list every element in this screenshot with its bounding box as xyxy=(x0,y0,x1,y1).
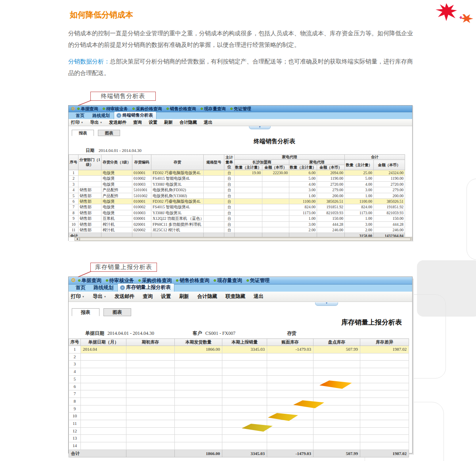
menubar-item-4[interactable]: 销售价格查询 xyxy=(166,106,196,112)
table-row[interactable]: 8 xyxy=(69,398,409,405)
menubar-item-6[interactable]: 凭证管理 xyxy=(230,106,251,112)
close-tab-icon[interactable]: × xyxy=(117,113,121,118)
toolbar-button-send-mail[interactable]: 发送邮件 xyxy=(115,293,134,300)
cell-cs-amt xyxy=(262,176,289,181)
menu-bullet-icon xyxy=(132,108,135,110)
cell-shipped-qty: 1866.00 xyxy=(175,346,222,353)
toolbar-button-refresh[interactable]: 刷新 xyxy=(164,119,173,125)
cell-cs-amt xyxy=(262,199,289,204)
cell-dept: 销售部 xyxy=(78,227,101,233)
cell-item: 电饭煲机身(FD302) xyxy=(151,187,204,193)
table-row[interactable]: 4 xyxy=(69,368,409,376)
close-tab-icon[interactable]: × xyxy=(120,285,125,290)
table-row[interactable]: 3 xyxy=(69,361,409,368)
horizontal-scrollbar[interactable]: ◀ xyxy=(69,237,412,241)
table-row[interactable]: 9 xyxy=(69,405,409,413)
cell-unit: 台 xyxy=(224,210,235,215)
collapse-panel-handle[interactable]: ▼ xyxy=(315,302,338,306)
scrollbar-thumb[interactable] xyxy=(80,238,411,241)
table-row[interactable]: 13 xyxy=(69,435,409,442)
cell-item: FP60C11 多功能搅拌/料理机 xyxy=(151,221,204,227)
cell-seq: 8 xyxy=(69,210,78,215)
table-row[interactable]: 5销售部产品配件5101002电饭煲机身(YJ308J)台1.00200.001… xyxy=(69,193,405,198)
cell-cat: 电饭煲 xyxy=(101,181,132,187)
toolbar-button-print[interactable]: 打印▼ xyxy=(71,293,84,300)
cell-begin-stock xyxy=(126,420,175,428)
table-body: 12014.041866.003345.03-1479.03507.991987… xyxy=(69,346,409,450)
toolbar-button-export[interactable]: 导出▼ xyxy=(93,293,106,300)
table-row[interactable]: 6销售部电饭煲010001FD302 巧睿电脑版电饭煲4L台1100.00385… xyxy=(69,199,405,204)
table-row[interactable]: 10 xyxy=(69,413,409,420)
toolbar-button-query[interactable]: 查询 xyxy=(143,293,153,300)
table-row[interactable]: 11 xyxy=(69,420,409,428)
menubar-item-2[interactable]: 待审核业务 xyxy=(106,277,134,284)
menubar-item-2[interactable]: 待审核业务 xyxy=(103,106,128,112)
table-row[interactable]: 4销售部产品配件5101001电饭煲机身(FD302)台3.00279.003.… xyxy=(69,187,405,193)
toolbar-button-exit[interactable]: 退出 xyxy=(204,119,212,125)
menubar-item-1[interactable]: 单据查询 xyxy=(78,277,101,284)
cell-cs-qty xyxy=(235,221,262,227)
toolbar-button-total-hide[interactable]: 合计隐藏 xyxy=(180,119,197,125)
table-row[interactable]: 14 xyxy=(69,442,409,450)
toolbar-button-label: 合计隐藏 xyxy=(180,119,197,125)
table-row[interactable]: 8销售部电饭煲010003YJ308J 电饭煲3L台1173.00821059.… xyxy=(69,210,405,215)
table-row[interactable]: 9销售部豆浆机030001X12Q22 功能豆浆机 （蓝色）台1.00150.0… xyxy=(69,216,405,221)
table-row[interactable]: 12014.041866.003345.03-1479.03507.991987… xyxy=(69,346,409,353)
menubar-item-3[interactable]: 采购价格查询 xyxy=(132,106,162,112)
menubar-item-4[interactable]: 销售价格查询 xyxy=(176,277,209,284)
menubar-item-6[interactable]: 凭证管理 xyxy=(247,277,270,284)
table-row[interactable]: 5 xyxy=(69,375,409,383)
table-row[interactable]: 3电饭煲010003YJ308J 电饭煲3L台4.002720.004.0027… xyxy=(69,181,405,187)
scroll-left-icon[interactable]: ◀ xyxy=(75,237,80,241)
menu-item-label: 单据查询 xyxy=(81,106,98,112)
menu-item-label: 待审核业务 xyxy=(109,277,134,284)
table-row[interactable]: 10销售部榨汁机020001FP60C11 多功能搅拌/料理机台3.00444.… xyxy=(69,221,405,227)
table-row[interactable]: 2电饭煲010002FS4015 智能电饭煲4L台5.001190.005.00… xyxy=(69,176,405,181)
toolbar-button-settings[interactable]: 设置 xyxy=(161,293,171,300)
cell-code: 020001 xyxy=(132,221,151,227)
toolbar-button-settings[interactable]: 设置 xyxy=(149,119,157,125)
header-code: 存货编码 xyxy=(132,155,151,170)
toolbar-button-export[interactable]: 导出▼ xyxy=(90,119,102,125)
toolbar-button-link-hide[interactable]: 联查隐藏 xyxy=(226,293,245,300)
menu-bullet-icon xyxy=(166,108,169,110)
table-row[interactable]: 12 xyxy=(69,427,409,435)
toolbar-button-send-mail[interactable]: 发送邮件 xyxy=(109,119,126,125)
tab-route-planning[interactable]: 路线规划 xyxy=(88,112,114,119)
menubar-item-1[interactable]: 单据查询 xyxy=(77,106,98,112)
tab-terminal-sales-active[interactable]: × 终端销售分析表 xyxy=(114,111,157,119)
view-tab-chart[interactable]: 图表 xyxy=(103,308,131,316)
toolbar-button-refresh[interactable]: 刷新 xyxy=(179,293,189,300)
tab-route-planning[interactable]: 路线规划 xyxy=(90,284,117,292)
menubar-item-5[interactable]: 现存量查询 xyxy=(201,106,226,112)
toolbar-button-label: 合计隐藏 xyxy=(197,293,217,300)
tab-home[interactable]: 首页 xyxy=(72,284,90,292)
table-row[interactable]: 2 xyxy=(69,353,409,361)
collapse-panel-handle[interactable]: ▼ xyxy=(249,126,271,129)
toolbar-button-query[interactable]: 查询 xyxy=(133,119,142,125)
view-tab-report[interactable]: 报表 xyxy=(72,130,94,136)
table-row[interactable]: 11销售部榨汁机020002JE25C12 榨汁机台2.00246.002.00… xyxy=(69,227,405,233)
cell-stock-diff xyxy=(360,405,409,413)
table-row[interactable]: 6 xyxy=(69,383,409,390)
tab-home[interactable]: 首页 xyxy=(72,112,88,119)
caret-down-icon: ▼ xyxy=(82,296,84,298)
inventory-report-app-window: ⚙ 单据查询待审核业务采购价格查询销售价格查询现存量查询凭证管理 × 库存销量上… xyxy=(68,277,413,453)
cell-shipped-qty xyxy=(175,383,222,390)
cell-cat: 产品配件 xyxy=(101,193,132,198)
tab-inventory-report-active[interactable]: × 库存销量上报分析表 xyxy=(117,283,174,292)
menubar-item-5[interactable]: 现存量查询 xyxy=(214,277,242,284)
gear-icon[interactable]: ⚙ xyxy=(71,278,76,283)
report-content: ▼ 报表图表 库存销量上报分析表 单据日期2014.04.01 - 2014.0… xyxy=(69,302,412,453)
table-row[interactable]: 7 xyxy=(69,390,409,398)
cell-stock-diff xyxy=(360,361,409,368)
toolbar-button-print[interactable]: 打印▼ xyxy=(71,119,83,125)
view-tab-report[interactable]: 报表 xyxy=(72,308,99,316)
table-row[interactable]: 1电饭煲010001FD302 巧睿电脑版电饭煲4L台19.0022230.00… xyxy=(69,170,405,176)
toolbar-button-total-hide[interactable]: 合计隐藏 xyxy=(197,293,217,300)
toolbar-button-exit[interactable]: 退出 xyxy=(254,293,264,300)
menubar-item-3[interactable]: 采购价格查询 xyxy=(138,277,172,284)
gear-icon[interactable]: ⚙ xyxy=(71,106,75,111)
view-tab-chart[interactable]: 图表 xyxy=(98,130,120,136)
table-row[interactable]: 7销售部电饭煲010002FS4015 智能电饭煲4L台824.00191851… xyxy=(69,204,405,210)
